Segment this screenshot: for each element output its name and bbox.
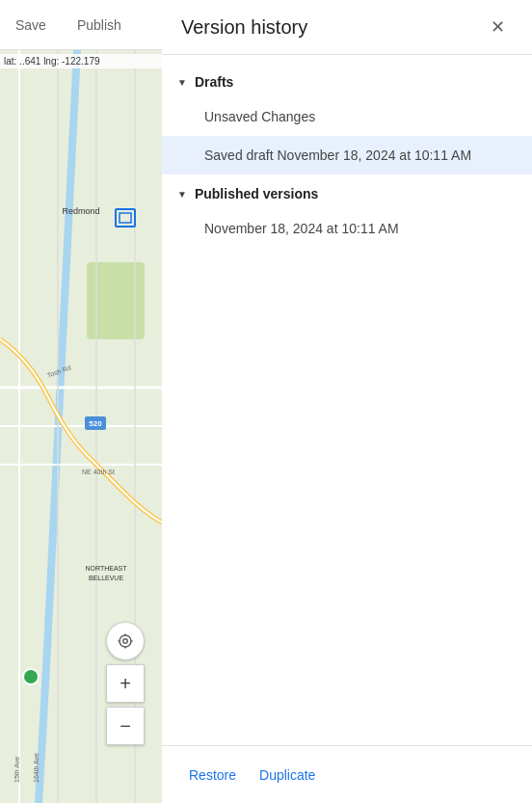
svg-point-22 — [120, 635, 131, 647]
zoom-in-button[interactable]: + — [106, 664, 145, 703]
svg-text:15th Ave: 15th Ave — [13, 757, 20, 783]
save-button[interactable]: Save — [8, 13, 54, 37]
panel-header: Version history ✕ — [162, 0, 532, 55]
svg-point-14 — [23, 669, 39, 684]
lat-value: lat: ..641 — [4, 56, 40, 67]
published-section-title: Published versions — [195, 186, 318, 201]
locate-button[interactable] — [106, 622, 145, 660]
svg-text:NORTHEAST: NORTHEAST — [85, 565, 127, 572]
map-area: Save Publish 520 Redmond NORTHEAST BELLE… — [0, 0, 162, 803]
svg-text:Redmond: Redmond — [62, 206, 99, 216]
publish-button[interactable]: Publish — [69, 13, 129, 37]
svg-text:NE 40th St: NE 40th St — [82, 468, 115, 475]
published-section-header[interactable]: ▼ Published versions — [162, 174, 532, 209]
saved-draft-item[interactable]: Saved draft November 18, 2024 at 10:11 A… — [162, 136, 532, 174]
drafts-arrow-icon: ▼ — [177, 77, 187, 88]
panel-title: Version history — [181, 16, 307, 39]
svg-text:BELLEVUE: BELLEVUE — [89, 575, 124, 581]
panel-content: ▼ Drafts Unsaved Changes Saved draft Nov… — [162, 55, 532, 745]
svg-rect-1 — [87, 262, 145, 339]
map-coordinates: lat: ..641 lng: -122.179 — [0, 54, 162, 68]
close-icon: ✕ — [491, 16, 505, 38]
restore-button[interactable]: Restore — [185, 760, 240, 790]
svg-text:164th Ave: 164th Ave — [33, 753, 40, 783]
drafts-section-header[interactable]: ▼ Drafts — [162, 63, 532, 97]
lng-value: lng: -122.179 — [43, 56, 99, 67]
close-button[interactable]: ✕ — [482, 12, 513, 42]
zoom-out-button[interactable]: − — [106, 707, 145, 745]
zoom-controls: + − — [106, 664, 145, 745]
map-toolbar: Save Publish — [0, 0, 162, 50]
published-arrow-icon: ▼ — [177, 189, 187, 200]
drafts-section-title: Drafts — [195, 74, 233, 90]
svg-text:520: 520 — [89, 419, 102, 428]
unsaved-changes-item[interactable]: Unsaved Changes — [162, 97, 532, 136]
published-version-item[interactable]: November 18, 2024 at 10:11 AM — [162, 209, 532, 248]
duplicate-button[interactable]: Duplicate — [255, 760, 319, 790]
panel-footer: Restore Duplicate — [162, 745, 532, 803]
svg-point-21 — [123, 639, 128, 644]
version-history-panel: Version history ✕ ▼ Drafts Unsaved Chang… — [162, 0, 532, 803]
